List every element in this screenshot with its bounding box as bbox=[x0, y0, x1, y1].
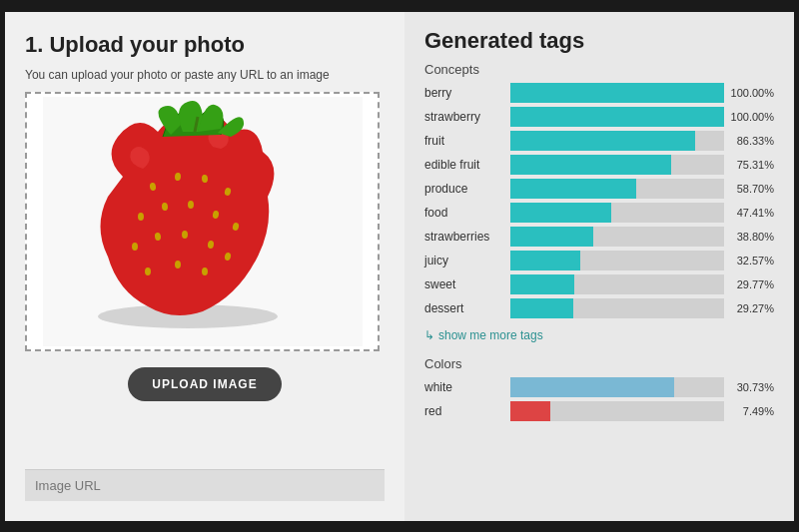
concept-bar-container bbox=[510, 179, 724, 199]
image-url-input[interactable] bbox=[25, 469, 385, 501]
image-dropzone[interactable] bbox=[25, 92, 380, 351]
color-percent: 7.49% bbox=[730, 405, 774, 417]
concept-row: produce 58.70% bbox=[424, 179, 774, 199]
concept-label: berry bbox=[424, 86, 504, 100]
svg-point-11 bbox=[132, 243, 138, 251]
svg-point-13 bbox=[182, 231, 188, 239]
concept-row: strawberry 100.00% bbox=[424, 107, 774, 127]
concept-row: fruit 86.33% bbox=[424, 131, 774, 151]
concepts-container: berry 100.00% strawberry 100.00% fruit 8… bbox=[424, 83, 774, 318]
color-bar-container bbox=[510, 377, 724, 397]
concept-bar bbox=[510, 131, 695, 151]
concept-row: strawberries 38.80% bbox=[424, 227, 774, 247]
concept-percent: 29.77% bbox=[730, 278, 774, 290]
right-panel: Generated tags Concepts berry 100.00% st… bbox=[404, 12, 794, 521]
concept-bar bbox=[510, 83, 724, 103]
concept-row: sweet 29.77% bbox=[424, 274, 774, 294]
concept-percent: 38.80% bbox=[730, 231, 774, 243]
concept-percent: 100.00% bbox=[730, 111, 774, 123]
concept-bar bbox=[510, 298, 573, 318]
color-row: red 7.49% bbox=[424, 401, 774, 421]
concept-label: juicy bbox=[424, 254, 504, 267]
concept-row: edible fruit 75.31% bbox=[424, 155, 774, 175]
concept-bar-container bbox=[510, 227, 724, 247]
svg-point-18 bbox=[202, 267, 208, 275]
concept-row: juicy 32.57% bbox=[424, 251, 774, 270]
concept-label: produce bbox=[424, 182, 504, 196]
show-more-label: show me more tags bbox=[438, 328, 543, 342]
concept-bar-container bbox=[510, 298, 724, 318]
svg-point-17 bbox=[175, 261, 181, 268]
svg-point-8 bbox=[188, 201, 194, 209]
concept-bar bbox=[510, 179, 636, 199]
color-bar-container bbox=[510, 401, 724, 421]
concept-bar bbox=[510, 107, 724, 127]
show-more-icon: ↳ bbox=[424, 328, 434, 342]
concept-label: dessert bbox=[424, 301, 504, 315]
concept-row: berry 100.00% bbox=[424, 83, 774, 103]
subtitle: You can upload your photo or paste any U… bbox=[25, 68, 385, 82]
concept-bar-container bbox=[510, 107, 724, 127]
concept-percent: 47.41% bbox=[730, 207, 774, 219]
strawberry-image bbox=[43, 97, 363, 346]
page-title: 1. Upload your photo bbox=[25, 32, 385, 58]
concept-percent: 29.27% bbox=[730, 302, 774, 314]
concept-bar-container bbox=[510, 83, 724, 103]
color-label: red bbox=[424, 404, 504, 418]
concept-percent: 32.57% bbox=[730, 255, 774, 266]
concept-percent: 100.00% bbox=[730, 87, 774, 99]
left-panel: 1. Upload your photo You can upload your… bbox=[5, 12, 404, 521]
concept-bar-container bbox=[510, 203, 724, 223]
concept-bar-container bbox=[510, 131, 724, 151]
color-row: white 30.73% bbox=[424, 377, 774, 397]
concept-bar-container bbox=[510, 251, 724, 270]
svg-point-16 bbox=[145, 267, 151, 275]
concept-bar bbox=[510, 227, 593, 247]
concept-percent: 75.31% bbox=[730, 159, 774, 171]
upload-image-button[interactable]: UPLOAD IMAGE bbox=[128, 367, 281, 401]
concept-label: sweet bbox=[424, 277, 504, 291]
concept-bar-container bbox=[510, 274, 724, 294]
concept-label: edible fruit bbox=[424, 158, 504, 172]
show-more-tags-link[interactable]: ↳ show me more tags bbox=[424, 328, 543, 342]
color-bar bbox=[510, 401, 550, 421]
generated-tags-title: Generated tags bbox=[424, 28, 774, 54]
concept-label: fruit bbox=[424, 134, 504, 148]
colors-label: Colors bbox=[424, 356, 774, 371]
colors-container: white 30.73% red 7.49% bbox=[424, 377, 774, 421]
concept-bar-container bbox=[510, 155, 724, 175]
color-bar bbox=[510, 377, 674, 397]
concept-row: food 47.41% bbox=[424, 203, 774, 223]
concept-bar bbox=[510, 155, 671, 175]
concepts-label: Concepts bbox=[424, 62, 774, 77]
color-label: white bbox=[424, 380, 504, 394]
concept-percent: 86.33% bbox=[730, 135, 774, 147]
concept-bar bbox=[510, 203, 611, 223]
concept-bar bbox=[510, 274, 574, 294]
concept-bar bbox=[510, 251, 580, 270]
concept-label: food bbox=[424, 206, 504, 220]
concept-label: strawberries bbox=[424, 230, 504, 244]
color-percent: 30.73% bbox=[730, 381, 774, 393]
svg-point-6 bbox=[138, 213, 144, 221]
concept-label: strawberry bbox=[424, 110, 504, 124]
concept-percent: 58.70% bbox=[730, 183, 774, 195]
concept-row: dessert 29.27% bbox=[424, 298, 774, 318]
